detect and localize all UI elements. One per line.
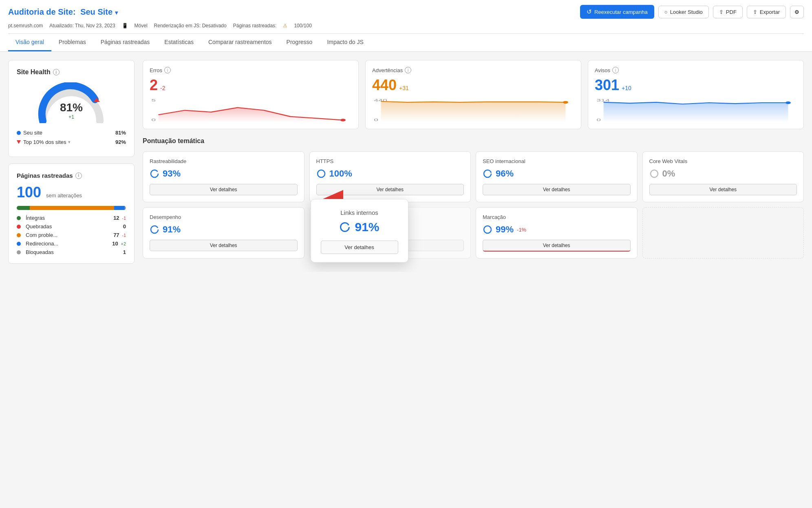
tab-impacto-js[interactable]: Impacto do JS [320,34,371,51]
site-health-label: Site Health [17,68,51,76]
looker-icon: ○ [664,9,668,15]
site-chevron-icon[interactable]: ▾ [115,9,118,16]
svg-point-20 [341,223,349,232]
label-quebradas: Quebradas [26,223,52,230]
tab-visao-geral[interactable]: Visão geral [8,34,51,51]
gear-icon: ⚙ [794,9,799,15]
meta-device: Móvel [135,23,148,29]
nav-tabs: Visão geral Problemas Páginas rastreadas… [8,33,804,51]
pages-crawled-info-icon[interactable]: i [75,172,82,179]
dot-problemas [17,233,21,237]
https-circle-icon [316,169,326,179]
popup-title: Links internos [321,209,398,216]
settings-button[interactable]: ⚙ [790,6,804,18]
legend-triangle-red [17,140,21,144]
popup-score: 91% [321,220,398,234]
pages-legend-quebradas: Quebradas 0 [17,223,126,230]
delta-integras: -1 [122,216,126,221]
pdf-button[interactable]: ⇧ PDF [713,6,743,18]
popup-details-button[interactable]: Ver detalhes [321,241,398,254]
looker-studio-button[interactable]: ○ Looker Studio [658,6,709,18]
pages-crawled-label: Páginas rastreadas [17,172,73,179]
metric-value-advertencias: 440 +31 [372,77,574,94]
label-redir: Redireciona... [26,241,58,247]
tab-estatisticas[interactable]: Estatísticas [157,34,201,51]
header-top: Auditoria de Site: Seu Site ▾ ↺ Reexecut… [8,5,804,23]
site-health-info-icon[interactable]: i [53,69,60,75]
thematic-title-desempenho: Desempenho [150,214,298,220]
seo-intl-details-button[interactable]: Ver detalhes [483,184,631,195]
thematic-card-seo-intl: SEO internacional 96% Ver detalhes [476,151,638,202]
gauge-percent: 81% [60,101,83,114]
metrics-row: Erros i 2 -2 5 0 [143,60,804,129]
metric-card-erros: Erros i 2 -2 5 0 [143,60,359,129]
header-meta: pt.semrush.com Atualizado: Thu, Nov 23, … [8,23,804,33]
advertencias-info-icon[interactable]: i [405,67,411,73]
export-label: Exportar [760,9,780,15]
erros-chart-svg: 5 0 [150,98,352,122]
svg-marker-1 [159,108,343,122]
pages-crawled-card: Páginas rastreadas i 100 sem alterações [8,163,135,264]
svg-point-12 [786,102,791,104]
meta-pages-label: Páginas rastreadas: [233,23,277,29]
title-prefix: Auditoria de Site: [8,7,76,16]
delta-problemas: -1 [122,233,126,238]
thematic-title-marcacao: Marcação [483,214,631,220]
links-internos-popup: Links internos 91% Ver detalhes [311,199,408,263]
thematic-grid-row2: Desempenho 91% Ver detalhes Links intern… [143,207,804,258]
advertencias-delta: +31 [399,85,409,91]
upload-icon: ⇧ [719,9,724,15]
rastreabilidade-circle-icon [150,169,159,179]
seo-intl-circle-icon [483,169,492,179]
legend-label-top10: Top 10% dos sites [23,139,66,145]
legend-item-seu-site: Seu site 81% [17,130,126,136]
avisos-info-icon[interactable]: i [612,67,619,73]
erros-info-icon[interactable]: i [164,67,171,73]
val-redir: 10 [112,241,118,247]
rastreabilidade-details-button[interactable]: Ver detalhes [150,184,298,195]
tab-paginas-rastreadas[interactable]: Páginas rastreadas [93,34,157,51]
marcacao-delta: -1% [517,227,526,233]
svg-point-13 [151,170,158,177]
svg-point-17 [151,226,158,233]
cwv-circle-icon [649,169,659,179]
thematic-card-marcacao: Marcação 99% -1% Ver detalhes [476,207,638,258]
svg-text:0: 0 [151,117,156,122]
marcacao-details-button[interactable]: Ver detalhes [483,240,631,252]
avisos-label: Avisos [595,67,610,73]
svg-text:0: 0 [596,117,601,122]
meta-pages-val: 100/100 [294,23,311,29]
tab-progresso[interactable]: Progresso [279,34,320,51]
marcacao-score: 99% [496,224,514,235]
cwv-details-button[interactable]: Ver detalhes [649,184,797,195]
mini-chart-advertencias: 440 0 [372,98,574,122]
desempenho-details-button[interactable]: Ver detalhes [150,240,298,251]
warning-icon: ⚠ [283,23,287,29]
thematic-section: Pontuação temática Rastreabilidade 93% V… [143,137,804,258]
pages-crawled-title: Páginas rastreadas i [17,172,126,179]
rerun-campaign-button[interactable]: ↺ Reexecutar campanha [580,5,654,19]
site-name-link[interactable]: Seu Site [80,7,113,16]
metric-value-erros: 2 -2 [150,77,352,94]
tab-problemas[interactable]: Problemas [51,34,93,51]
gauge-wrap: 81% +1 [35,82,108,123]
metric-card-avisos: Avisos i 301 +10 314 0 [588,60,804,129]
gauge-container: 81% +1 [17,82,126,123]
desempenho-circle-icon [150,225,159,234]
device-icon: 📱 [122,23,128,29]
legend-item-top10[interactable]: Top 10% dos sites ▾ 92% [17,139,126,145]
metric-title-erros: Erros i [150,67,352,73]
thematic-score-cwv: 0% [649,168,797,179]
label-bloq: Bloqueadas [26,249,54,255]
thematic-score-rastreabilidade: 93% [150,168,298,179]
legend-val-seu-site: 81% [115,130,126,136]
looker-label: Looker Studio [670,9,703,15]
thematic-score-marcacao: 99% -1% [483,224,631,235]
mini-chart-erros: 5 0 [150,98,352,122]
sidebar: Site Health i 81% +1 [8,60,135,264]
site-health-legend: Seu site 81% Top 10% dos sites ▾ 92% [17,130,126,145]
tab-comparar[interactable]: Comparar rastreamentos [201,34,279,51]
erros-label: Erros [150,67,162,73]
erros-delta: -2 [160,85,165,91]
export-button[interactable]: ⇧ Exportar [747,6,786,18]
